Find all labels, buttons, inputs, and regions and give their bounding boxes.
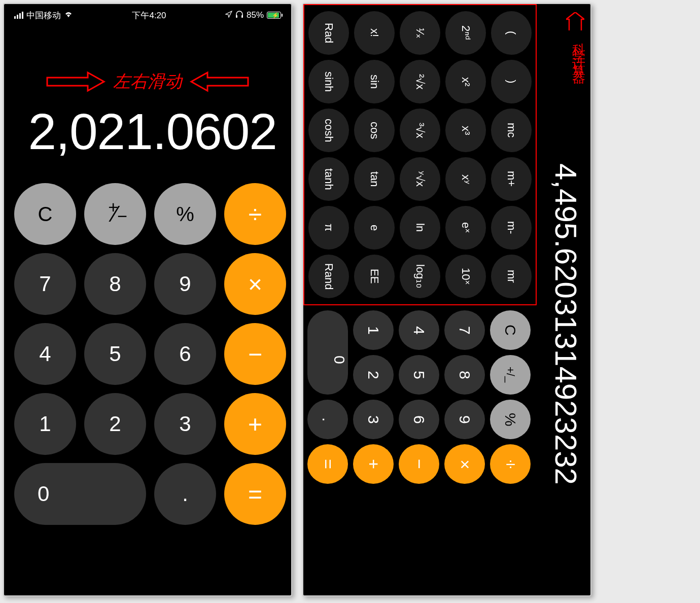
square-button[interactable]: x² <box>445 60 486 103</box>
scientific-label: 科学计算器 <box>570 32 587 68</box>
mminus-button[interactable]: m- <box>491 206 532 250</box>
subtract-button[interactable]: − <box>224 323 286 385</box>
keypad: C +⁄− % ÷ 7 8 9 × 4 5 6 − 1 2 3 + 0 . = <box>4 175 291 537</box>
status-bar: 中国移动 下午4:20 85% ⚡ <box>4 4 291 22</box>
calc-display: 2,021.0602 <box>4 102 291 161</box>
xpowy-button[interactable]: xʸ <box>445 157 486 201</box>
log10-button[interactable]: log₁₀ <box>400 255 440 298</box>
equals-button[interactable]: = <box>307 444 348 484</box>
digit-9-button[interactable]: 9 <box>444 400 485 439</box>
add-button[interactable]: + <box>224 393 286 455</box>
arrow-left-icon <box>566 12 584 34</box>
decimal-button[interactable]: . <box>307 400 348 439</box>
paren-open-button[interactable]: ( <box>491 11 532 55</box>
factorial-button[interactable]: x! <box>354 11 395 55</box>
mr-button[interactable]: mr <box>491 255 532 298</box>
yroot-button[interactable]: ʸ√x <box>400 157 440 201</box>
digit-6-button[interactable]: 6 <box>154 323 216 385</box>
signal-icon <box>14 12 23 19</box>
operator-row-landscape: = + − × ÷ <box>303 439 537 490</box>
status-time: 下午4:20 <box>132 10 166 21</box>
wifi-icon <box>64 10 73 20</box>
location-icon <box>225 10 232 20</box>
plusminus-button[interactable]: +⁄− <box>84 183 146 245</box>
e-button[interactable]: e <box>354 206 395 250</box>
battery-pct: 85% <box>247 10 264 20</box>
clear-button[interactable]: C <box>14 183 76 245</box>
arrow-left-icon <box>189 70 250 93</box>
cube-button[interactable]: x³ <box>445 109 486 152</box>
paren-close-button[interactable]: ) <box>491 60 532 103</box>
digit-8-button[interactable]: 8 <box>84 253 146 315</box>
decimal-button[interactable]: . <box>154 463 216 525</box>
rand-button[interactable]: Rand <box>308 255 349 298</box>
cos-button[interactable]: cos <box>354 109 395 152</box>
digit-4-button[interactable]: 4 <box>14 323 76 385</box>
digit-2-button[interactable]: 2 <box>84 393 146 455</box>
digit-8-button[interactable]: 8 <box>444 355 485 395</box>
rad-button[interactable]: Rad <box>308 11 349 55</box>
mplus-button[interactable]: m+ <box>491 157 532 201</box>
arrow-right-icon <box>45 70 106 93</box>
svg-rect-0 <box>236 15 237 18</box>
divide-button[interactable]: ÷ <box>224 183 286 245</box>
digit-9-button[interactable]: 9 <box>154 253 216 315</box>
cbrt-button[interactable]: ³√x <box>400 109 440 152</box>
add-button[interactable]: + <box>353 444 394 484</box>
status-left: 中国移动 <box>14 10 73 21</box>
digit-3-button[interactable]: 3 <box>353 400 394 439</box>
equals-button[interactable]: = <box>224 463 286 525</box>
phone-portrait: 中国移动 下午4:20 85% ⚡ 左右滑动 2,021.0602 C + <box>3 3 292 596</box>
sinh-button[interactable]: sinh <box>308 60 349 103</box>
status-right: 85% ⚡ <box>225 10 281 20</box>
multiply-button[interactable]: × <box>224 253 286 315</box>
digit-6-button[interactable]: 6 <box>399 400 439 439</box>
reciprocal-button[interactable]: ¹⁄ₓ <box>400 11 440 55</box>
clear-button[interactable]: C <box>490 310 531 350</box>
sin-button[interactable]: sin <box>354 60 395 103</box>
swipe-hint-label: 左右滑动 <box>113 70 182 93</box>
digit-1-button[interactable]: 1 <box>14 393 76 455</box>
battery-icon: ⚡ <box>267 12 281 19</box>
sqrt-button[interactable]: ²√x <box>400 60 440 103</box>
percent-button[interactable]: % <box>154 183 216 245</box>
digit-7-button[interactable]: 7 <box>444 310 485 350</box>
swipe-hint: 左右滑动 <box>4 70 291 93</box>
phone-landscape: 科学计算器 4,495.62031314923232 Rad x! ¹⁄ₓ 2ⁿ… <box>302 3 591 596</box>
digit-0-button[interactable]: 0 <box>14 463 146 525</box>
landscape-inner: 科学计算器 4,495.62031314923232 Rad x! ¹⁄ₓ 2ⁿ… <box>303 4 590 595</box>
numeric-keypad-landscape: 0 1 4 7 C 2 5 8 +/_ . 3 6 9 % <box>303 305 537 439</box>
plusminus-button[interactable]: +/_ <box>490 355 531 395</box>
calc-display-landscape: 4,495.62031314923232 <box>548 163 583 584</box>
digit-1-button[interactable]: 1 <box>353 310 394 350</box>
divide-button[interactable]: ÷ <box>490 444 531 484</box>
second-button[interactable]: 2ⁿᵈ <box>445 11 486 55</box>
epowx-button[interactable]: eˣ <box>445 206 486 250</box>
scientific-keypad: Rad x! ¹⁄ₓ 2ⁿᵈ ( sinh sin ²√x x² ) cosh … <box>303 4 537 305</box>
mc-button[interactable]: mc <box>491 109 532 152</box>
digit-7-button[interactable]: 7 <box>14 253 76 315</box>
percent-button[interactable]: % <box>490 400 531 439</box>
ee-button[interactable]: EE <box>354 255 395 298</box>
multiply-button[interactable]: × <box>444 444 485 484</box>
tan-button[interactable]: tan <box>354 157 395 201</box>
subtract-button[interactable]: − <box>399 444 439 484</box>
digit-3-button[interactable]: 3 <box>154 393 216 455</box>
cosh-button[interactable]: cosh <box>308 109 349 152</box>
digit-0-button[interactable]: 0 <box>307 310 348 395</box>
tenpowx-button[interactable]: 10ˣ <box>445 255 486 298</box>
carrier-label: 中国移动 <box>26 10 61 21</box>
digit-5-button[interactable]: 5 <box>399 355 439 395</box>
digit-2-button[interactable]: 2 <box>353 355 394 395</box>
ln-button[interactable]: ln <box>400 206 440 250</box>
pi-button[interactable]: π <box>308 206 349 250</box>
digit-4-button[interactable]: 4 <box>399 310 439 350</box>
svg-rect-1 <box>241 15 243 18</box>
headphones-icon <box>235 10 243 20</box>
tanh-button[interactable]: tanh <box>308 157 349 201</box>
digit-5-button[interactable]: 5 <box>84 323 146 385</box>
